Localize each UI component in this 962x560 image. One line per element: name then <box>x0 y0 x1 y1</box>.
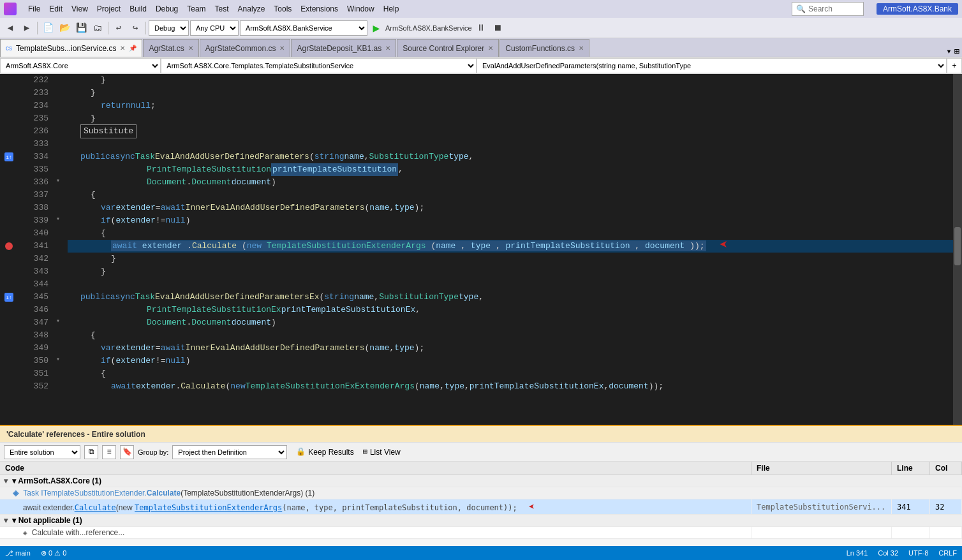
add-tab-btn[interactable]: + <box>947 58 962 73</box>
ln-349: 349 <box>23 342 48 355</box>
gutter-341 <box>0 240 18 253</box>
ln-348: 348 <box>23 329 48 342</box>
code-content[interactable]: } } return null; } Substitute p <box>68 74 953 425</box>
group-row-notapplicable[interactable]: ▾ ▾ Not applicable (1) <box>0 515 962 527</box>
menu-edit[interactable]: Edit <box>45 3 66 15</box>
tab-agrstatecommon[interactable]: AgrStateCommon.cs ✕ <box>200 39 291 57</box>
tab-close-4[interactable]: ✕ <box>385 45 390 52</box>
list-view-btn[interactable]: ⊞ List View <box>363 447 401 457</box>
menu-team[interactable]: Team <box>183 3 209 15</box>
group-row-core[interactable]: ▾ ▾ ArmSoft.AS8X.Core (1) <box>0 475 962 487</box>
platform-dropdown[interactable]: Any CPU <box>190 20 239 36</box>
menu-view[interactable]: View <box>68 3 92 15</box>
result-code-new: (new <box>116 503 135 512</box>
status-bar: ⎇ main ⊗ 0 ⚠ 0 Ln 341 Col 32 UTF-8 CRLF <box>0 546 962 560</box>
tab-agrstat[interactable]: AgrStat.cs ✕ <box>143 39 198 57</box>
collapse-336[interactable]: ▾ <box>56 176 68 189</box>
tab-sourcecontrol[interactable]: Source Control Explorer ✕ <box>397 39 499 57</box>
collapse-350[interactable]: ▾ <box>56 355 68 367</box>
stop-btn[interactable]: ⏹ <box>490 20 505 36</box>
method-select[interactable]: EvalAndAddUserDefinedParameters(string n… <box>477 58 947 73</box>
collapse-column: ▾ ▾ ▾ ▾ <box>56 74 68 425</box>
substitute-tooltip: Substitute <box>80 124 137 138</box>
tab-overflow-btn[interactable]: ▾ <box>946 46 951 57</box>
copy-btn[interactable]: ⧉ <box>84 445 98 459</box>
menu-tools[interactable]: Tools <box>270 3 295 15</box>
menu-bar: File Edit View Project Build Debug Team … <box>0 0 962 18</box>
search-icon: 🔍 <box>796 4 806 14</box>
scrollbar-thumb[interactable] <box>954 227 961 265</box>
sep2 <box>108 22 108 34</box>
tab-close-5[interactable]: ✕ <box>488 45 493 52</box>
tab-customfunctions[interactable]: CustomFunctions.cs ✕ <box>500 39 589 57</box>
menu-extensions[interactable]: Extensions <box>297 3 342 15</box>
menu-debug[interactable]: Debug <box>152 3 182 15</box>
tab-agrstatedeposit[interactable]: AgrStateDeposit_KB1.as ✕ <box>291 39 396 57</box>
tab-pin-icon[interactable]: 📌 <box>129 45 137 52</box>
forward-btn[interactable]: ▶ <box>19 20 34 36</box>
debug-config-dropdown[interactable]: Debug <box>149 20 189 36</box>
sep3 <box>145 22 146 34</box>
gutter-351 <box>0 367 18 380</box>
ln-344: 344 <box>23 278 48 291</box>
auto-hide-btn[interactable]: ⊞ <box>954 46 959 57</box>
tab-close-6[interactable]: ✕ <box>579 45 584 52</box>
gutter-234 <box>0 99 18 112</box>
subgroup-row-calculate[interactable]: ◈ Task ITemplateSubstitutionExtender.Cal… <box>0 487 962 499</box>
group-by-select[interactable]: Project then Definition Definition Proje… <box>172 445 287 459</box>
pause-btn[interactable]: ⏸ <box>473 20 489 36</box>
collapse-347[interactable]: ▾ <box>56 316 68 329</box>
subgroup-method-calculate: Calculate <box>147 489 181 497</box>
list-view-label: List View <box>370 448 401 457</box>
tab-close-3[interactable]: ✕ <box>279 45 285 52</box>
undo-btn[interactable]: ↩ <box>111 20 126 36</box>
back-btn[interactable]: ◀ <box>3 20 18 36</box>
result-row-notapplicable-1[interactable]: ◈ Calculate with...reference... <box>0 527 962 539</box>
class-select[interactable]: ArmSoft.AS8X.Core.Templates.TemplateSubs… <box>161 58 477 73</box>
tab-close-btn[interactable]: ✕ <box>120 45 125 52</box>
search-input[interactable] <box>808 4 859 13</box>
new-file-btn[interactable]: 📄 <box>40 20 56 36</box>
code-line-337: { <box>68 189 953 202</box>
breadcrumb-bar: ArmSoft.AS8X.Core ArmSoft.AS8X.Core.Temp… <box>0 57 962 74</box>
run-btn[interactable]: ▶ <box>369 20 384 36</box>
list-collapse-btn[interactable]: ≡ <box>102 445 116 459</box>
tab-close-2[interactable]: ✕ <box>188 45 193 52</box>
search-box[interactable]: 🔍 <box>792 2 864 16</box>
selected-code-341: await extender .Calculate (new TemplateS… <box>111 240 706 251</box>
save-btn[interactable]: 💾 <box>73 20 89 36</box>
tab-icon: cs <box>6 45 12 52</box>
gutter-233 <box>0 87 18 99</box>
keep-results-label: Keep Results <box>308 448 353 457</box>
namespace-select[interactable]: ArmSoft.AS8X.Core <box>0 58 161 73</box>
menu-window[interactable]: Window <box>343 3 378 15</box>
gutter-348 <box>0 329 18 342</box>
code-line-347: Document .Document document) <box>68 316 953 329</box>
code-line-352: await extender .Calculate (new TemplateS… <box>68 380 953 393</box>
group-collapse-icon-2: ▾ <box>4 516 8 525</box>
result-row-341[interactable]: await extender.Calculate(new TemplateSub… <box>0 499 962 515</box>
scope-select[interactable]: Entire solution Current project Current … <box>4 445 80 459</box>
menu-analyze[interactable]: Analyze <box>234 3 269 15</box>
open-btn[interactable]: 📂 <box>57 20 72 36</box>
menu-help[interactable]: Help <box>380 3 403 15</box>
collapse-339[interactable]: ▾ <box>56 214 68 227</box>
ln-340: 340 <box>23 227 48 240</box>
code-line-343: } <box>68 265 953 278</box>
startup-project-dropdown[interactable]: ArmSoft.AS8X.BankService <box>240 20 367 36</box>
tab-templatesubstitutionservice[interactable]: cs TemplateSubs...ionService.cs ✕ 📌 <box>0 39 142 57</box>
gutter-344 <box>0 278 18 291</box>
save-all-btn[interactable]: 🗂 <box>90 20 105 36</box>
vertical-scrollbar[interactable] <box>953 74 962 425</box>
tab-label: CustomFunctions.cs <box>505 44 575 53</box>
redo-btn[interactable]: ↪ <box>128 20 143 36</box>
status-encoding: UTF-8 <box>908 549 928 557</box>
menu-test[interactable]: Test <box>211 3 233 15</box>
menu-build[interactable]: Build <box>126 3 151 15</box>
code-line-235: } <box>68 112 953 125</box>
bottom-panel-title: 'Calculate' references - Entire solution <box>6 430 145 439</box>
keep-results-btn[interactable]: 🔒 Keep Results <box>296 447 353 457</box>
filter-btn[interactable]: 🔖 <box>120 445 134 459</box>
menu-file[interactable]: File <box>24 3 44 15</box>
menu-project[interactable]: Project <box>93 3 124 15</box>
